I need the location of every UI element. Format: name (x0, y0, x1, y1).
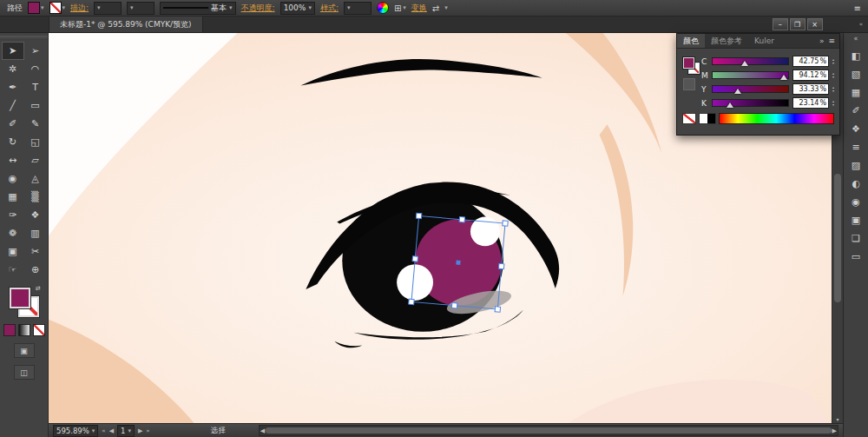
none-swatch[interactable] (682, 113, 696, 124)
artboard-navigation-field[interactable]: 1 ▾ (117, 425, 135, 437)
apply-gradient-button[interactable] (18, 324, 30, 336)
selection-handle[interactable] (412, 256, 418, 262)
white-black-swatch[interactable] (699, 113, 716, 124)
tab-kuler[interactable]: Kuler (748, 34, 780, 48)
selection-handle[interactable] (459, 217, 464, 222)
swap-fill-stroke-icon[interactable]: ⇄ (36, 285, 41, 292)
fill-color-swatch[interactable] (10, 288, 30, 308)
control-panel-menu-button[interactable]: ≡ (854, 3, 861, 13)
direct-selection-tool[interactable]: ➢ (24, 42, 47, 60)
tab-color[interactable]: 颜色 (677, 34, 705, 48)
style-panel-link[interactable]: 样式: (320, 3, 339, 14)
last-artboard-button[interactable]: » (146, 427, 149, 434)
perspective-grid-tool[interactable]: ◬ (24, 169, 47, 188)
shape-properties-button[interactable]: ⇄ (432, 3, 439, 13)
color-spectrum-ramp[interactable] (719, 113, 834, 124)
free-transform-tool[interactable]: ▱ (24, 151, 47, 169)
layers-panel-icon[interactable]: ❏ (847, 230, 865, 246)
opacity-select[interactable]: 100% ▾ (280, 2, 315, 15)
panel-fill-swatch[interactable] (683, 57, 694, 69)
brush-definition-select[interactable]: 基本 ▾ (160, 2, 236, 15)
stroke-color-well[interactable]: ▾ (49, 2, 66, 14)
close-button[interactable]: × (807, 18, 823, 30)
first-artboard-button[interactable]: « (102, 427, 105, 434)
symbol-sprayer-tool[interactable]: ❁ (2, 224, 24, 242)
symbols-panel-icon[interactable]: ❖ (847, 121, 865, 136)
swatches-panel-icon[interactable]: ▦ (847, 84, 865, 100)
more-options-button[interactable]: ▾ (444, 4, 448, 11)
color-guide-panel-icon[interactable]: ▧ (847, 66, 865, 82)
slider-handle[interactable] (734, 89, 741, 94)
apply-color-button[interactable] (3, 324, 16, 336)
cyan-slider[interactable] (712, 57, 789, 65)
slider-handle[interactable] (780, 75, 787, 80)
pencil-tool[interactable]: ✎ (24, 115, 47, 133)
recolor-artwork-button[interactable] (377, 2, 389, 14)
selection-tool[interactable]: ➤ (2, 42, 24, 60)
panel-options-icon[interactable] (683, 78, 695, 90)
scroll-right-icon[interactable]: ▶ (832, 427, 837, 434)
blend-tool[interactable]: ❖ (24, 206, 47, 224)
selection-handle[interactable] (503, 221, 508, 226)
fill-color-well[interactable]: ▾ (28, 2, 44, 14)
selection-handle[interactable] (409, 299, 414, 304)
document-tab[interactable]: 未标题-1* @ 595.89% (CMYK/预览) (49, 17, 203, 32)
yellow-value-field[interactable]: 33.33 % (792, 83, 829, 95)
brushes-panel-icon[interactable]: ✐ (847, 103, 865, 118)
slider-handle[interactable] (741, 61, 748, 66)
drawing-modes-button[interactable]: ▣ (14, 343, 35, 358)
selection-handle[interactable] (451, 302, 457, 308)
tab-color-guide[interactable]: 颜色参考 (705, 34, 748, 48)
horizontal-scroll-thumb[interactable] (266, 427, 832, 434)
opacity-panel-link[interactable]: 不透明度: (241, 3, 275, 14)
black-slider[interactable] (712, 99, 789, 107)
collapse-panel-icon[interactable]: » (819, 36, 825, 45)
next-artboard-button[interactable]: ▶ (138, 427, 142, 434)
chevron-left-icon[interactable]: « (859, 21, 863, 28)
paintbrush-tool[interactable]: ✐ (2, 115, 24, 133)
gradient-tool[interactable]: ▒ (24, 188, 47, 206)
stroke-panel-icon[interactable]: ≡ (847, 139, 865, 155)
horizontal-scrollbar[interactable]: ◀ ▶ (259, 425, 838, 436)
value-spinner[interactable]: ▴▾ (832, 86, 834, 93)
value-spinner[interactable]: ▴▾ (832, 72, 834, 79)
transparency-panel-icon[interactable]: ◐ (847, 175, 865, 191)
screen-mode-button[interactable]: ◫ (14, 365, 35, 380)
artboards-panel-icon[interactable]: ▭ (847, 248, 865, 264)
zoom-tool[interactable]: ⊕ (24, 261, 47, 279)
rectangle-tool[interactable]: ▭ (24, 96, 47, 115)
scroll-down-icon[interactable]: ▾ (832, 414, 843, 423)
expand-panels-icon[interactable]: « (854, 35, 858, 45)
zoom-field[interactable]: 595.89% ▾ (53, 425, 98, 437)
magenta-slider[interactable] (712, 71, 789, 79)
style-select[interactable]: ▾ (344, 2, 372, 15)
width-tool[interactable]: ↔ (2, 151, 24, 169)
previous-artboard-button[interactable]: ◀ (109, 427, 114, 434)
color-panel-icon[interactable]: ◧ (847, 48, 865, 63)
minimize-button[interactable]: – (773, 18, 788, 30)
cyan-value-field[interactable]: 42.75 % (792, 56, 829, 67)
vertical-scroll-thumb[interactable] (834, 174, 841, 302)
selection-handle[interactable] (498, 263, 503, 268)
highlight-circle-left[interactable] (397, 264, 433, 301)
line-segment-tool[interactable]: ╱ (2, 96, 24, 115)
black-value-field[interactable]: 23.14 % (792, 97, 829, 109)
scale-tool[interactable]: ◱ (24, 133, 47, 151)
eyedropper-tool[interactable]: ✑ (2, 206, 24, 224)
appearance-panel-icon[interactable]: ◉ (847, 194, 865, 209)
yellow-slider[interactable] (712, 85, 789, 93)
column-graph-tool[interactable]: ▥ (24, 224, 47, 242)
selection-handle[interactable] (495, 307, 500, 312)
toolbar-grip[interactable] (0, 36, 48, 40)
gradient-panel-icon[interactable]: ▨ (847, 157, 865, 173)
scroll-left-icon[interactable]: ◀ (260, 427, 265, 434)
artboard-tool[interactable]: ▣ (2, 242, 24, 261)
panel-menu-icon[interactable]: ≡ (828, 36, 835, 45)
lasso-tool[interactable]: ◠ (24, 60, 47, 78)
shape-builder-tool[interactable]: ◉ (2, 169, 24, 188)
selection-handle[interactable] (416, 213, 421, 218)
type-tool[interactable]: T (24, 78, 47, 96)
hand-tool[interactable]: ☞ (2, 261, 24, 279)
value-spinner[interactable]: ▴▾ (832, 100, 834, 107)
magic-wand-tool[interactable]: ✲ (2, 60, 24, 78)
